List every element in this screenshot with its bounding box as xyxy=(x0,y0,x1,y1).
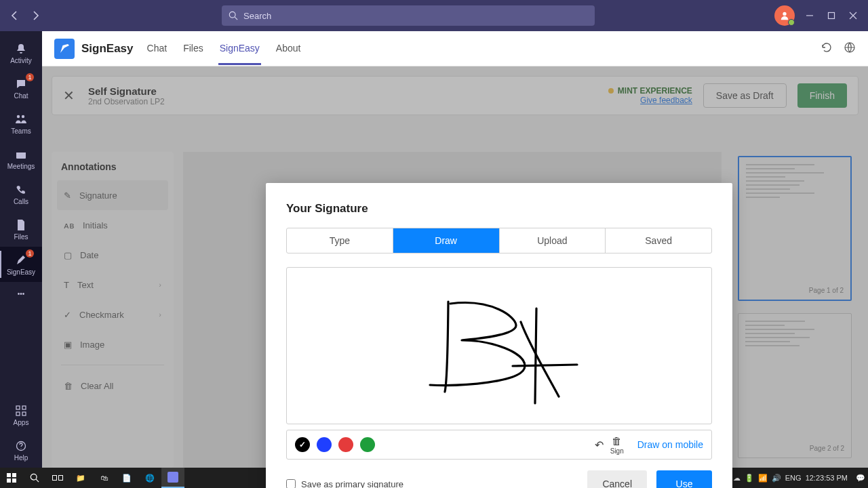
phone-icon xyxy=(14,183,28,197)
start-button[interactable] xyxy=(0,468,23,488)
teams-icon xyxy=(14,113,28,126)
tab-files[interactable]: Files xyxy=(182,32,205,65)
teams-titlebar: Search xyxy=(0,0,868,31)
rail-calls[interactable]: Calls xyxy=(0,176,42,211)
rail-files[interactable]: Files xyxy=(0,211,42,247)
calendar-icon xyxy=(14,148,28,161)
rail-signeasy[interactable]: 1 SignEasy xyxy=(0,247,42,282)
undo-button[interactable]: ↶ xyxy=(595,439,604,451)
rail-meetings[interactable]: Meetings xyxy=(0,141,42,176)
language-indicator[interactable]: ENG xyxy=(785,474,802,482)
signature-color-bar: ↶ 🗑Sign Draw on mobile xyxy=(286,430,712,460)
refresh-icon[interactable] xyxy=(821,41,833,56)
search-input[interactable]: Search xyxy=(222,5,595,26)
files-icon xyxy=(14,218,28,232)
seg-saved[interactable]: Saved xyxy=(606,228,711,253)
svg-rect-18 xyxy=(12,479,16,483)
window-maximize-icon[interactable] xyxy=(825,9,838,22)
notifications-icon[interactable]: 💬 xyxy=(856,474,865,483)
svg-rect-22 xyxy=(59,476,63,481)
save-primary-input[interactable] xyxy=(286,479,296,488)
taskbar-search-icon[interactable] xyxy=(23,468,46,488)
signeasy-logo-icon xyxy=(54,39,75,59)
app-header: SignEasy Chat Files SignEasy About xyxy=(42,31,868,66)
edge-icon[interactable]: 🌐 xyxy=(138,468,161,488)
window-minimize-icon[interactable] xyxy=(803,9,816,22)
delete-signature-button[interactable]: 🗑Sign xyxy=(610,435,624,455)
color-red[interactable] xyxy=(338,437,353,452)
battery-icon[interactable]: 🔋 xyxy=(745,474,754,483)
signature-modal: Your Signature Type Draw Upload Saved xyxy=(266,183,732,488)
svg-rect-9 xyxy=(16,406,20,409)
color-black[interactable] xyxy=(295,437,310,452)
clock[interactable]: 12:23:53 PM xyxy=(806,474,852,482)
svg-rect-11 xyxy=(16,412,20,415)
drawn-signature xyxy=(411,285,587,407)
use-button[interactable]: Use xyxy=(656,470,712,488)
svg-point-5 xyxy=(17,115,20,117)
svg-point-0 xyxy=(229,12,235,18)
tab-about[interactable]: About xyxy=(275,32,302,65)
svg-rect-17 xyxy=(7,479,11,483)
modal-title: Your Signature xyxy=(286,202,712,216)
svg-point-19 xyxy=(31,474,37,480)
help-icon xyxy=(14,439,28,453)
chat-badge: 1 xyxy=(26,73,34,81)
svg-rect-10 xyxy=(22,406,26,409)
search-placeholder: Search xyxy=(243,11,271,21)
tab-signeasy[interactable]: SignEasy xyxy=(218,32,261,65)
rail-chat[interactable]: 1 Chat xyxy=(0,70,42,106)
store-icon[interactable]: 🛍 xyxy=(92,468,115,488)
rail-more[interactable]: ••• xyxy=(0,282,42,305)
svg-rect-21 xyxy=(53,476,57,481)
svg-rect-8 xyxy=(16,150,26,152)
apps-icon xyxy=(14,404,28,418)
teams-app-rail: Activity 1 Chat Teams Meetings Calls Fil… xyxy=(0,31,42,468)
signature-method-tabs: Type Draw Upload Saved xyxy=(286,228,712,253)
svg-rect-15 xyxy=(7,473,11,477)
svg-rect-16 xyxy=(12,473,16,477)
svg-rect-23 xyxy=(167,472,178,483)
tab-chat[interactable]: Chat xyxy=(146,32,169,65)
svg-line-20 xyxy=(36,479,39,482)
rail-activity[interactable]: Activity xyxy=(0,35,42,70)
svg-point-2 xyxy=(783,12,786,16)
bell-icon xyxy=(14,42,28,56)
color-green[interactable] xyxy=(360,437,375,452)
svg-point-6 xyxy=(22,115,24,117)
draw-on-mobile-link[interactable]: Draw on mobile xyxy=(637,439,703,450)
rail-help[interactable]: Help xyxy=(0,432,42,468)
file-explorer-icon[interactable]: 📁 xyxy=(69,468,92,488)
onedrive-icon[interactable]: ☁ xyxy=(733,474,741,483)
rail-teams[interactable]: Teams xyxy=(0,106,42,141)
cancel-button[interactable]: Cancel xyxy=(587,470,647,488)
svg-line-1 xyxy=(235,17,237,20)
rail-apps[interactable]: Apps xyxy=(0,397,42,432)
brand-name: SignEasy xyxy=(81,42,134,56)
notepad-icon[interactable]: 📄 xyxy=(115,468,138,488)
seg-type[interactable]: Type xyxy=(287,228,393,253)
wifi-icon[interactable]: 📶 xyxy=(758,474,768,483)
volume-icon[interactable]: 🔊 xyxy=(772,474,781,483)
globe-icon[interactable] xyxy=(844,41,856,56)
svg-rect-4 xyxy=(829,13,835,19)
task-view-icon[interactable] xyxy=(46,468,69,488)
trash-icon: 🗑 xyxy=(612,435,622,447)
save-primary-checkbox[interactable]: Save as primary signature xyxy=(286,479,403,489)
signature-draw-canvas[interactable] xyxy=(286,267,712,424)
window-close-icon[interactable] xyxy=(846,9,860,22)
signeasy-app: SignEasy Chat Files SignEasy About ✕ Sel… xyxy=(42,31,868,468)
teams-taskbar-icon[interactable] xyxy=(161,468,184,488)
undo-icon: ↶ xyxy=(595,439,604,451)
profile-avatar[interactable] xyxy=(774,5,795,26)
seg-draw[interactable]: Draw xyxy=(393,228,500,253)
nav-back-icon[interactable] xyxy=(8,9,20,22)
color-blue[interactable] xyxy=(317,437,332,452)
svg-rect-12 xyxy=(22,412,26,415)
nav-forward-icon[interactable] xyxy=(30,9,42,22)
more-icon: ••• xyxy=(14,287,28,300)
seg-upload[interactable]: Upload xyxy=(500,228,606,253)
signeasy-badge: 1 xyxy=(26,249,34,258)
